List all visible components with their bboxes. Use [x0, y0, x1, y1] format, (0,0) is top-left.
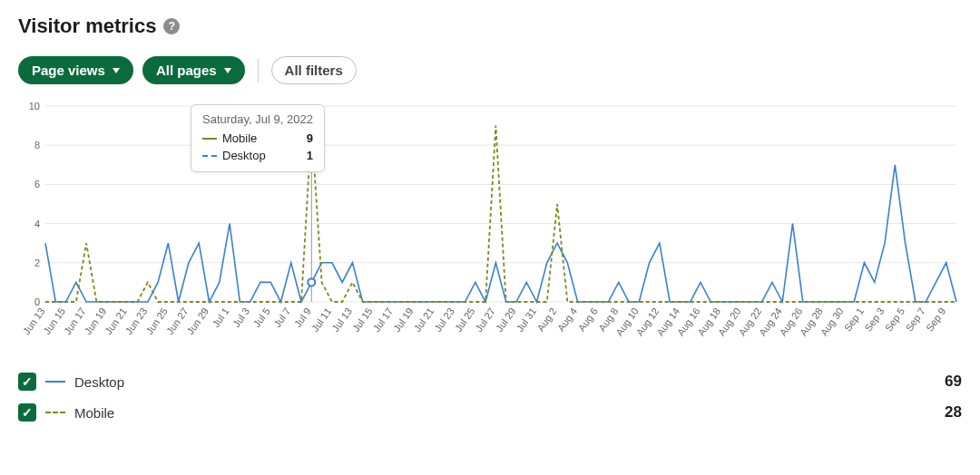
svg-text:Sep 7: Sep 7	[903, 305, 926, 333]
svg-point-59	[308, 278, 315, 286]
desktop-checkbox[interactable]: ✓	[18, 373, 36, 391]
svg-text:Aug 6: Aug 6	[575, 305, 599, 333]
svg-text:8: 8	[34, 140, 40, 150]
help-icon[interactable]: ?	[163, 18, 180, 34]
legend-total-desktop: 69	[945, 373, 962, 391]
svg-text:2: 2	[34, 257, 40, 268]
tooltip-row-desktop: Desktop 1	[202, 147, 313, 164]
svg-text:Sep 3: Sep 3	[862, 305, 886, 333]
chevron-down-icon	[224, 68, 231, 73]
svg-text:Jul 29: Jul 29	[494, 305, 518, 334]
svg-text:Aug 2: Aug 2	[534, 305, 558, 333]
svg-text:Jul 15: Jul 15	[350, 305, 375, 334]
all-filters-label: All filters	[285, 63, 343, 78]
svg-text:Jul 17: Jul 17	[371, 305, 396, 334]
svg-text:Jul 23: Jul 23	[432, 305, 456, 334]
svg-text:10: 10	[29, 101, 40, 111]
svg-text:Jul 7: Jul 7	[271, 305, 292, 329]
legend-label-desktop: Desktop	[74, 374, 124, 390]
metric-dropdown-label: Page views	[32, 63, 105, 78]
pages-dropdown[interactable]: All pages	[142, 56, 245, 84]
legend-row-mobile: ✓ Mobile 28	[18, 403, 962, 422]
svg-text:Jul 27: Jul 27	[473, 305, 497, 334]
svg-text:Jul 5: Jul 5	[251, 305, 272, 329]
chart-container: 0246810Jun 13Jun 15Jun 17Jun 19Jun 21Jun…	[18, 101, 962, 354]
line-swatch-mobile-icon	[202, 138, 217, 140]
page-header: Visitor metrics ?	[18, 15, 962, 38]
all-filters-button[interactable]: All filters	[271, 56, 357, 84]
mobile-checkbox[interactable]: ✓	[18, 403, 36, 422]
legend-label-mobile: Mobile	[74, 405, 114, 421]
filter-divider	[258, 59, 259, 82]
legend-total-mobile: 28	[945, 403, 962, 422]
svg-text:Sep 9: Sep 9	[924, 305, 947, 333]
svg-text:Jun 29: Jun 29	[184, 305, 211, 336]
svg-text:Jul 1: Jul 1	[211, 305, 231, 329]
line-swatch-desktop-icon	[202, 155, 217, 157]
line-swatch-mobile-icon	[45, 412, 65, 413]
svg-text:Jul 21: Jul 21	[412, 305, 436, 334]
svg-text:Sep 1: Sep 1	[842, 305, 866, 333]
page-title: Visitor metrics	[18, 15, 156, 38]
tooltip-label-mobile: Mobile	[222, 131, 257, 145]
chart-tooltip: Saturday, Jul 9, 2022 Mobile 9 Desktop 1	[191, 104, 325, 172]
tooltip-row-mobile: Mobile 9	[202, 130, 313, 147]
tooltip-label-desktop: Desktop	[222, 149, 266, 162]
svg-text:Aug 4: Aug 4	[555, 305, 579, 333]
svg-text:Jul 25: Jul 25	[453, 305, 477, 334]
line-swatch-desktop-icon	[45, 381, 65, 383]
legend-row-desktop: ✓ Desktop 69	[18, 373, 962, 391]
tooltip-date: Saturday, Jul 9, 2022	[202, 112, 313, 126]
svg-text:Jul 3: Jul 3	[230, 305, 251, 329]
svg-text:6: 6	[34, 179, 40, 189]
metric-dropdown[interactable]: Page views	[18, 56, 133, 84]
tooltip-value-mobile: 9	[307, 131, 313, 145]
pages-dropdown-label: All pages	[156, 63, 217, 78]
filter-bar: Page views All pages All filters	[18, 56, 962, 84]
svg-text:Jul 31: Jul 31	[514, 305, 538, 334]
tooltip-value-desktop: 1	[307, 149, 313, 162]
svg-text:Jul 19: Jul 19	[391, 305, 416, 334]
svg-text:Sep 5: Sep 5	[883, 305, 906, 333]
chart-legend: ✓ Desktop 69 ✓ Mobile 28	[18, 373, 962, 422]
chevron-down-icon	[113, 68, 120, 73]
svg-text:Jul 13: Jul 13	[329, 305, 354, 334]
svg-text:4: 4	[34, 218, 40, 229]
line-chart[interactable]: 0246810Jun 13Jun 15Jun 17Jun 19Jun 21Jun…	[18, 101, 962, 354]
svg-text:Jul 11: Jul 11	[309, 305, 334, 334]
